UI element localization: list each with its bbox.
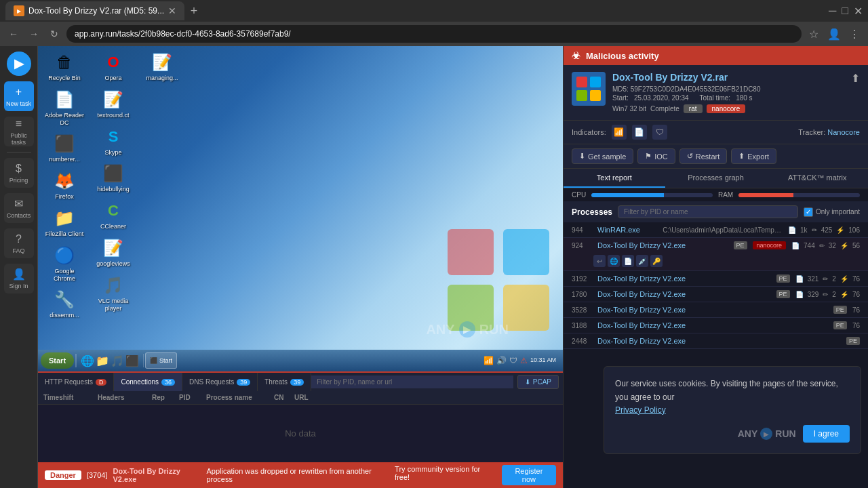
processes-search-input[interactable] <box>618 205 798 218</box>
connections-tab[interactable]: Connections 36 <box>114 373 182 391</box>
start-label: Start: <box>612 94 629 102</box>
sidebar-item-label: Sign In <box>9 283 28 289</box>
writes-3192: 2 <box>832 275 836 283</box>
export-button[interactable]: ⬆ Export <box>731 148 776 164</box>
start-button[interactable]: Start <box>41 352 74 369</box>
firefox-icon: 🦊 <box>54 170 75 192</box>
bottom-bar: Danger [3704] Dox-Tool By Drizzy V2.exe … <box>38 462 563 488</box>
get-sample-button[interactable]: ⬇ Get sample <box>572 148 633 164</box>
proc-file-icon[interactable]: 📄 <box>622 255 634 267</box>
desktop-icon-numberer[interactable]: ⬛ numberer... <box>41 130 88 166</box>
http-requests-tab[interactable]: HTTP Requests D <box>38 373 114 391</box>
files-944: 106 <box>848 226 860 234</box>
process-main-3188[interactable]: 3188 Dox-Tool By Drizzy V2.exe PE 76 <box>564 318 868 333</box>
new-tab-button[interactable]: + <box>184 1 203 20</box>
browser-tab[interactable]: ▶ Dox-Tool By Drizzy V2.rar (MD5: 59... … <box>5 1 184 20</box>
desktop-icon-googleviews[interactable]: 📝 googleviews <box>90 235 137 270</box>
cookie-run-text: RUN <box>775 428 795 439</box>
only-important-checkbox[interactable]: ✓ <box>804 207 813 217</box>
tab-close-button[interactable]: ✕ <box>168 5 176 16</box>
sidebar-item-pricing[interactable]: $ Pricing <box>4 158 34 188</box>
tab-att-matrix[interactable]: ATT&CK™ matrix <box>766 169 868 188</box>
sidebar-item-signin[interactable]: 👤 Sign In <box>4 264 34 293</box>
bookmark-button[interactable]: ☆ <box>806 26 822 42</box>
desktop-icon-textround[interactable]: 📝 textround.ct <box>90 86 137 122</box>
taskbar-browser-icon[interactable]: 🌐 <box>81 354 94 367</box>
desktop-icon-adobe[interactable]: 📄 Adobe Reader DC <box>41 86 88 129</box>
desktop-icon-firefox[interactable]: 🦊 Firefox <box>41 167 88 203</box>
tracker-link[interactable]: Nanocore <box>827 128 860 136</box>
network-filter-input[interactable] <box>311 375 513 388</box>
processes-label: Processes <box>572 207 612 217</box>
taskbar-show-desktop-icon[interactable]: ⬛ <box>125 354 139 367</box>
process-main-924[interactable]: 924 Dox-Tool By Drizzy V2.exe PE nanocor… <box>564 238 868 253</box>
cookie-agree-button[interactable]: I agree <box>803 425 850 443</box>
restart-button[interactable]: ↺ Restart <box>679 148 727 164</box>
proc-network-icon[interactable]: 🌐 <box>608 255 620 267</box>
process-main-3192[interactable]: 3192 Dox-Tool By Drizzy V2.exe PE 📄 321 … <box>564 271 868 286</box>
menu-button[interactable]: ⋮ <box>846 26 863 42</box>
proc-reg-icon[interactable]: 🔑 <box>650 255 663 267</box>
dns-requests-count: 39 <box>237 379 250 386</box>
desktop-icon-filezilla[interactable]: 📁 FileZilla Client <box>41 205 88 241</box>
only-important-toggle[interactable]: ✓ Only important <box>804 207 860 217</box>
sidebar-item-faq[interactable]: ? FAQ <box>4 228 34 258</box>
taskbar-app-item[interactable]: ⬛ Start <box>145 352 177 369</box>
tracker-info: Tracker: Nanocore <box>798 128 860 136</box>
pcap-button[interactable]: ⬇ PCAP <box>517 375 559 389</box>
sidebar-item-new-task[interactable]: + New task <box>4 81 34 111</box>
close-window-button[interactable]: ✕ <box>854 5 863 18</box>
desktop-icon-chrome[interactable]: 🔵 Google Chrome <box>41 242 88 285</box>
forward-button[interactable]: → <box>26 26 42 42</box>
ioc-button[interactable]: ⚑ IOC <box>637 148 675 164</box>
desktop-icon-skype[interactable]: S Skype <box>90 123 137 159</box>
dns-requests-tab[interactable]: DNS Requests 39 <box>182 373 258 391</box>
desktop-icon-recycle-bin[interactable]: 🗑 Recycle Bin <box>41 49 88 85</box>
desktop-icon-managing[interactable]: 📝 managing... <box>138 49 186 85</box>
thread-icon-924: ⚡ <box>840 242 848 249</box>
process-name-944: WinRAR.exe <box>597 226 657 234</box>
process-pid-3188: 3188 <box>572 322 592 329</box>
file-status: Win7 32 bit Complete rat nanocore <box>612 104 844 113</box>
process-stats-1780: 📄 329 ✏ 2 ⚡ 76 <box>795 291 860 298</box>
process-main-3528[interactable]: 3528 Dox-Tool By Drizzy V2.exe PE 76 <box>564 302 868 317</box>
desktop-icon-dissemm[interactable]: 🔧 dissemm... <box>41 286 88 322</box>
taskbar-media-icon[interactable]: 🎵 <box>111 354 124 367</box>
maximize-button[interactable]: □ <box>842 5 848 18</box>
register-button[interactable]: Register now <box>502 465 556 485</box>
indicators-label: Indicators: <box>572 128 606 136</box>
process-main-2448[interactable]: 2448 Dox-Tool By Drizzy V2.exe PE <box>564 333 868 348</box>
sidebar-item-contacts[interactable]: ✉ Contacts <box>4 193 34 223</box>
privacy-policy-link[interactable]: Privacy Policy <box>615 405 666 415</box>
indicator-file-icon[interactable]: 📄 <box>632 125 647 140</box>
desktop-icon-opera[interactable]: O Opera <box>90 49 137 85</box>
minimize-button[interactable]: ─ <box>829 5 836 18</box>
pe-badge-3528: PE <box>833 306 847 314</box>
sidebar-item-label: Contacts <box>7 212 31 219</box>
indicator-shield-icon[interactable]: 🛡 <box>652 125 667 140</box>
account-button[interactable]: 👤 <box>826 26 842 42</box>
sidebar-item-public-tasks[interactable]: ≡ Public tasks <box>4 117 34 146</box>
threats-tab[interactable]: Threats 39 <box>258 373 311 391</box>
share-button[interactable]: ⬆ <box>851 72 860 85</box>
proc-back-icon[interactable]: ↩ <box>593 255 606 267</box>
tab-processes-graph[interactable]: Processes graph <box>665 169 767 188</box>
desktop-icon-vlc[interactable]: 🎵 VLC media player <box>90 272 137 315</box>
reload-button[interactable]: ↻ <box>46 26 62 42</box>
process-main-1780[interactable]: 1780 Dox-Tool By Drizzy V2.exe PE 📄 329 … <box>564 287 868 302</box>
nanocore-badge[interactable]: nanocore <box>707 104 746 113</box>
process-main-944[interactable]: 944 WinRAR.exe C:\Users\admin\AppData\Lo… <box>564 222 868 237</box>
desktop-icon-ccleaner[interactable]: C CCleaner <box>90 197 137 233</box>
anyrun-logo[interactable]: ▶ <box>7 52 31 76</box>
files-3528: 76 <box>852 306 860 314</box>
tab-text-report[interactable]: Text report <box>564 169 665 188</box>
http-requests-label: HTTP Requests <box>45 378 93 386</box>
back-button[interactable]: ← <box>5 26 22 42</box>
address-input[interactable] <box>66 25 802 43</box>
file-icon-1780: 📄 <box>795 291 804 298</box>
proc-inject-icon[interactable]: 💉 <box>636 255 648 267</box>
network-section: HTTP Requests D Connections 36 DNS Reque… <box>38 371 563 462</box>
desktop-icon-hidebullying[interactable]: ⬛ hidebullying <box>90 160 137 196</box>
indicator-network-icon[interactable]: 📶 <box>612 125 627 140</box>
taskbar-folder-icon[interactable]: 📁 <box>96 354 109 367</box>
